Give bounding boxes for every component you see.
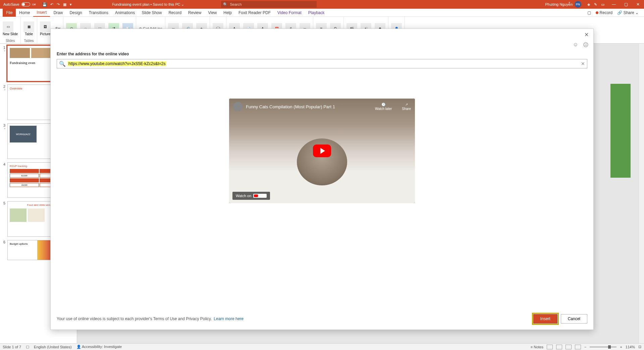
table-button[interactable]: ▦ Table — [23, 21, 34, 36]
tab-animations[interactable]: Animations — [112, 9, 138, 17]
group-slides: ▭ New Slide Slides — [0, 17, 21, 43]
title-bar: AutoSave Off 💾 ↶ ↷ ▦ ▾ Fundraising event… — [0, 0, 644, 9]
tab-view[interactable]: View — [205, 9, 220, 17]
slide-green-strip — [610, 84, 631, 178]
title-icons: ◈ ✎ ▭ — [584, 2, 608, 7]
insert-button[interactable]: Insert — [533, 314, 557, 324]
play-button[interactable] — [313, 144, 331, 157]
sorter-view-icon[interactable] — [556, 345, 562, 349]
table-icon: ▦ — [23, 21, 34, 32]
record-button[interactable]: Record — [596, 10, 613, 15]
maximize-button[interactable]: ▢ — [620, 0, 632, 9]
window-icon[interactable]: ▭ — [601, 2, 604, 7]
accessibility[interactable]: 👤 Accessibility: Investigate — [76, 345, 122, 349]
thumb-image: WORK&JAZZ — [10, 126, 37, 142]
fit-window-icon[interactable]: ⊡ — [638, 345, 641, 349]
window-controls: — ▢ ✕ — [608, 0, 644, 9]
vertical-scrollbar[interactable] — [639, 44, 644, 343]
tab-home[interactable]: Home — [16, 9, 33, 17]
collapse-ribbon-icon[interactable]: ▢ — [587, 10, 591, 15]
tab-video-format[interactable]: Video Format — [274, 9, 305, 17]
zoom-out[interactable]: − — [584, 345, 586, 349]
tab-file[interactable]: File — [3, 9, 16, 17]
status-bar: Slide 1 of 7 ▢ English (United States) 👤… — [0, 343, 644, 350]
search-icon: 🔍 — [223, 2, 228, 7]
search-icon: 🔍 — [59, 61, 66, 67]
toggle-icon — [21, 2, 30, 6]
share-button[interactable]: 🔗 Share ⌄ — [617, 10, 639, 15]
clock-icon: 🕑 — [381, 103, 385, 106]
channel-avatar — [233, 102, 243, 111]
spell-icon[interactable]: ▢ — [26, 345, 29, 349]
learn-more-link[interactable]: Learn more here — [214, 316, 244, 321]
youtube-logo-icon — [253, 194, 267, 198]
new-slide-button[interactable]: ▭ New Slide — [3, 21, 18, 36]
video-preview[interactable]: Funny Cats Compilation (Most Popular) Pa… — [229, 99, 415, 203]
zoom-slider[interactable] — [590, 347, 616, 347]
doc-title[interactable]: Fundraising event plan • Saved to this P… — [112, 2, 184, 7]
tab-draw[interactable]: Draw — [50, 9, 66, 17]
url-input[interactable]: https://www.youtube.com/watch?v=JxS5E-kZ… — [68, 61, 166, 66]
diamond-icon[interactable]: ◈ — [587, 2, 590, 7]
notes-button[interactable]: ≡ Notes — [531, 345, 543, 349]
autosave-toggle[interactable]: AutoSave Off — [0, 2, 39, 6]
url-input-box[interactable]: 🔍 https://www.youtube.com/watch?v=JxS5E-… — [57, 59, 587, 68]
user-name: Phương Nguyễn — [545, 2, 573, 7]
share-video-button[interactable]: ↗Share — [402, 103, 411, 111]
new-slide-icon: ▭ — [3, 21, 13, 32]
group-label: Tables — [24, 39, 34, 43]
tab-insert[interactable]: Insert — [33, 9, 50, 17]
slide-count[interactable]: Slide 1 of 7 — [3, 345, 21, 349]
group-label: Slides — [6, 39, 15, 43]
language[interactable]: English (United States) — [34, 345, 72, 349]
slideshow-view-icon[interactable] — [575, 345, 581, 349]
close-button[interactable]: ✕ — [632, 0, 644, 9]
disclaimer-text: Your use of online videos is subject to … — [57, 316, 212, 321]
pencil-icon[interactable]: ✎ — [594, 2, 597, 7]
watch-later-button[interactable]: 🕑Watch later — [375, 103, 392, 111]
tab-design[interactable]: Design — [66, 9, 85, 17]
search-input[interactable] — [230, 2, 315, 6]
present-icon[interactable]: ▦ — [63, 2, 66, 7]
minimize-button[interactable]: — — [608, 0, 620, 9]
save-icon[interactable]: 💾 — [42, 2, 47, 7]
share-icon: ↗ — [405, 103, 408, 106]
user-account[interactable]: Phương Nguyễn PN — [542, 1, 584, 8]
online-video-dialog: ✕ ☺ ☹ Enter the address for the online v… — [50, 28, 594, 330]
autosave-label: AutoSave — [3, 2, 19, 6]
tab-slideshow[interactable]: Slide Show — [138, 9, 165, 17]
group-tables: ▦ Table Tables — [21, 17, 37, 43]
dialog-close-button[interactable]: ✕ — [584, 32, 589, 38]
normal-view-icon[interactable] — [547, 345, 553, 349]
tab-review[interactable]: Review — [185, 9, 205, 17]
tab-transitions[interactable]: Transitions — [86, 9, 112, 17]
more-icon[interactable]: ▾ — [70, 2, 72, 7]
feedback-sad-icon[interactable]: ☹ — [583, 42, 589, 48]
dialog-label: Enter the address for the online video — [57, 52, 587, 56]
video-title: Funny Cats Compilation (Most Popular) Pa… — [246, 104, 335, 109]
quick-access-toolbar: 💾 ↶ ↷ ▦ ▾ — [39, 2, 75, 7]
feedback-happy-icon[interactable]: ☺ — [573, 42, 578, 48]
pictures-icon: 🖼 — [40, 21, 51, 32]
zoom-in[interactable]: + — [620, 345, 622, 349]
ribbon-tabs: File Home Insert Draw Design Transitions… — [0, 9, 644, 17]
tab-help[interactable]: Help — [220, 9, 235, 17]
watch-on-youtube[interactable]: Watch on — [232, 192, 270, 200]
tab-foxit[interactable]: Foxit Reader PDF — [235, 9, 274, 17]
cancel-button[interactable]: Cancel — [561, 314, 587, 324]
tab-record[interactable]: Record — [165, 9, 185, 17]
undo-icon[interactable]: ↶ — [50, 2, 53, 7]
tab-playback[interactable]: Playback — [305, 9, 328, 17]
reading-view-icon[interactable] — [566, 345, 572, 349]
search-box[interactable]: 🔍 — [221, 1, 317, 8]
clear-input-icon[interactable]: ✕ — [581, 61, 585, 66]
user-avatar: PN — [575, 1, 581, 8]
zoom-percent[interactable]: 114% — [626, 345, 635, 349]
autosave-state: Off — [32, 3, 36, 6]
redo-icon[interactable]: ↷ — [57, 2, 60, 7]
